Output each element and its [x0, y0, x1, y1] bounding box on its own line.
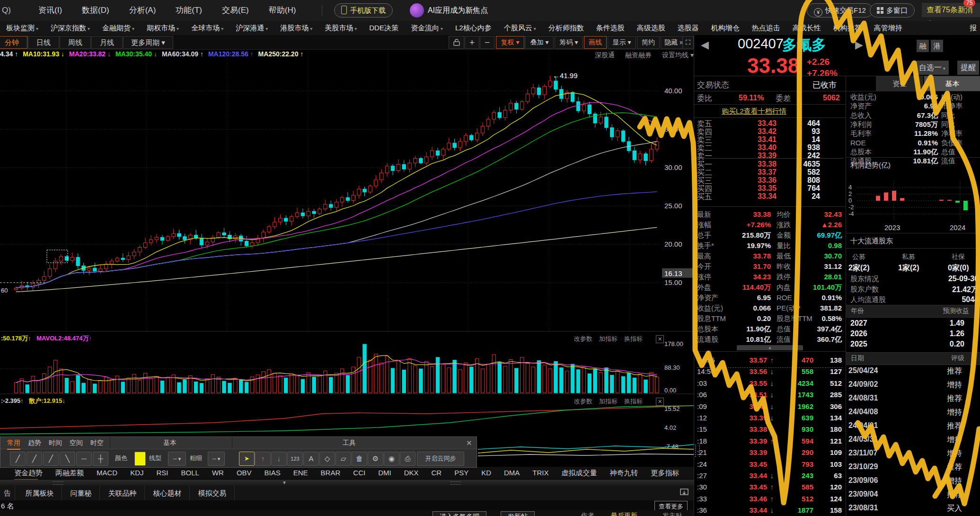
draw-tab-常用[interactable]: 常用	[7, 437, 20, 450]
indicator-tab-DMA[interactable]: DMA	[504, 467, 520, 479]
color-swatch[interactable]	[134, 452, 146, 466]
eraser-tool[interactable]: ▱	[335, 452, 351, 466]
prev-stock-arrow[interactable]: ◀	[701, 39, 709, 51]
line-tool-5[interactable]: ─	[76, 452, 92, 466]
menu-item[interactable]: 分析(A)	[119, 0, 166, 21]
nav-item-板块监测[interactable]: 板块监测▾	[6, 21, 38, 36]
weight-dropdown[interactable]: ─ ▾	[208, 452, 225, 466]
text-tool[interactable]: A	[303, 452, 319, 466]
enter-forum-button[interactable]: 进入多氟多吧	[433, 511, 486, 516]
bottom-tab-核心题材[interactable]: 核心题材	[145, 486, 190, 500]
pane-tool-改参数[interactable]: 改参数	[574, 398, 592, 405]
menu-item[interactable]: 数据(D)	[72, 0, 119, 21]
nav-item-L2核心内参[interactable]: L2核心内参	[455, 21, 492, 35]
nav-item-期权市场[interactable]: 期权市场▾	[147, 21, 179, 36]
nav-item-港股市场[interactable]: 港股市场▾	[280, 21, 312, 36]
indicator-tab-BIAS[interactable]: BIAS	[265, 467, 281, 479]
line-tool-1[interactable]: ╱	[10, 452, 26, 466]
lock-icon[interactable]	[449, 36, 464, 49]
tab-basic[interactable]: 基本	[924, 76, 980, 91]
line-tool-4[interactable]: ╲	[60, 452, 75, 466]
cursor-tool[interactable]: ➤	[239, 452, 255, 466]
settings-tool[interactable]: ⚙	[368, 452, 383, 466]
cloud-sync-button[interactable]: 开启云同步	[417, 452, 464, 466]
pane-tool-改参数[interactable]: 改参数	[574, 335, 592, 342]
period-tab-更多周期[interactable]: 更多周期 ▾	[123, 36, 173, 49]
indicator-tab-TRIX[interactable]: TRIX	[532, 467, 548, 479]
nav-item-沪深港通[interactable]: 沪深港通▾	[236, 21, 268, 36]
indicator-tab-虚拟成交量[interactable]: 虚拟成交量	[562, 467, 597, 479]
indicator-tab-更多指标[interactable]: 更多指标	[651, 467, 680, 479]
pane-tool-加指标[interactable]: 加指标	[599, 335, 618, 342]
menu-item[interactable]: 功能(T)	[166, 0, 212, 21]
hk-connect-badge[interactable]: 港	[931, 40, 943, 52]
pane-tool-换指标[interactable]: 换指标	[624, 335, 643, 342]
nav-item-美股市场[interactable]: 美股市场▾	[325, 21, 357, 36]
pane-tool-加指标[interactable]: 加指标	[599, 398, 618, 405]
indicator-pane-tools[interactable]: 改参数加指标换指标✕	[574, 397, 671, 406]
collapse-arrow-icon[interactable]: ▼	[282, 480, 287, 485]
indicator-tab-BRAR[interactable]: BRAR	[321, 467, 341, 479]
line-type-dropdown[interactable]: ─ ▾	[168, 452, 186, 466]
zoom-out-button[interactable]: −	[480, 36, 494, 49]
line-tool-2[interactable]: ╱	[26, 452, 42, 466]
multi-window-button[interactable]: 多窗口	[870, 3, 915, 18]
indicator-tab-MACD[interactable]: MACD	[97, 467, 117, 479]
tab-cut[interactable]: 告	[0, 486, 15, 500]
draw-tab-空间[interactable]: 空间	[70, 437, 83, 449]
alert-button[interactable]: 提醒	[957, 61, 979, 75]
chart-button-显示[interactable]: 显示 ▾	[608, 36, 636, 49]
period-tab-月线[interactable]: 月线	[91, 36, 123, 49]
pane-divider[interactable]: ▼	[0, 480, 694, 486]
kline-chart[interactable]: 40.0035.0030.0025.0020.0015.00←41.996016…	[0, 49, 694, 483]
draw-tab-时间[interactable]: 时间	[49, 437, 62, 449]
chart-button-画线[interactable]: 画线	[584, 36, 607, 49]
close-icon[interactable]: ✕	[466, 437, 472, 449]
nav-item-沪深京指数[interactable]: 沪深京指数▾	[51, 21, 90, 36]
line-tool-3[interactable]: ╱	[43, 452, 59, 466]
numbers-tool[interactable]: 123	[287, 452, 303, 466]
indicator-tab-KD[interactable]: KD	[481, 467, 491, 479]
bottom-tab-所属板块[interactable]: 所属板块	[17, 486, 62, 500]
down-arrow-tool[interactable]: ↓	[271, 452, 287, 466]
collapse-stats-handle[interactable]: ▲	[737, 345, 803, 350]
export-tool[interactable]: ⎙	[400, 452, 415, 466]
nav-item-选股器[interactable]: 选股器	[678, 21, 699, 35]
visibility-tool[interactable]: ◉	[384, 452, 399, 466]
indicator-tab-CR[interactable]: CR	[431, 467, 441, 479]
period-tab-分钟[interactable]: 分钟	[0, 36, 27, 49]
nav-item-资金流向[interactable]: 资金流向▾	[411, 21, 443, 36]
indicator-tab-神奇九转[interactable]: 神奇九转	[610, 467, 638, 479]
close-icon[interactable]: ✕	[656, 398, 664, 406]
l2-upsell-link[interactable]: 购买L2查看十档行情	[722, 107, 786, 116]
nav-item-高成长性[interactable]: 高成长性	[793, 21, 821, 35]
chart-button-复权[interactable]: 复权 ▾	[496, 36, 524, 49]
nav-item-DDE决策[interactable]: DDE决策	[369, 21, 398, 35]
trash-tool[interactable]: 🗑	[352, 452, 367, 466]
nav-item-高管增持[interactable]: 高管增持	[874, 21, 902, 35]
chart-button-筹码[interactable]: 筹码 ▾	[555, 36, 583, 49]
volume-pane-tools[interactable]: 改参数加指标换指标✕	[574, 335, 671, 343]
nav-item-条件选股[interactable]: 条件选股	[596, 21, 625, 35]
next-stock-arrow[interactable]: ▶	[855, 39, 863, 51]
indicator-tab-WR[interactable]: WR	[212, 467, 224, 479]
indicator-tab-ENE[interactable]: ENE	[293, 467, 308, 479]
menu-item[interactable]: 交易(E)	[212, 0, 259, 21]
mobile-download-button[interactable]: 手机版下载	[334, 3, 393, 18]
bottom-tab-模拟交易[interactable]: 模拟交易	[190, 486, 235, 500]
nav-item-机构推荐[interactable]: 机构推荐	[833, 21, 862, 35]
menu-item[interactable]: 帮助(H)	[259, 0, 306, 21]
grip-icon[interactable]	[450, 481, 461, 485]
last-update-link[interactable]: 最后更新	[611, 512, 637, 516]
nav-item-全球市场[interactable]: 全球市场▾	[191, 21, 223, 36]
grip-icon[interactable]	[53, 481, 63, 485]
line-tool-6[interactable]: ┼	[93, 452, 108, 466]
diamond-tool[interactable]: ◇	[319, 452, 335, 466]
pane-tool-换指标[interactable]: 换指标	[624, 398, 643, 405]
bottom-tab-关联品种[interactable]: 关联品种	[100, 486, 145, 500]
indicator-tab-KDJ[interactable]: KDJ	[130, 467, 143, 479]
indicator-tab-CCI[interactable]: CCI	[353, 467, 365, 479]
nav-item-高级选股[interactable]: 高级选股	[637, 21, 665, 35]
draw-tab-趋势[interactable]: 趋势	[28, 437, 41, 449]
chart-button-叠加[interactable]: 叠加 ▾	[525, 36, 554, 49]
